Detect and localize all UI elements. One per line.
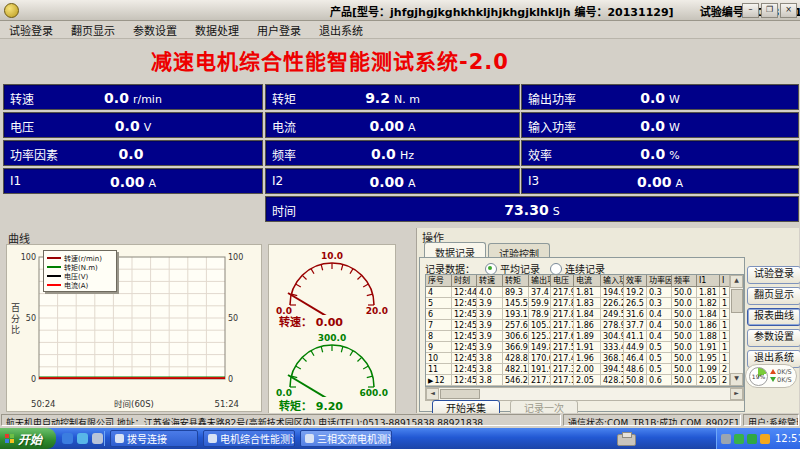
printer-icon[interactable] [617, 434, 636, 446]
vertical-scroll-thumb[interactable] [731, 289, 743, 313]
table-cell: 3.8 [477, 375, 503, 386]
readout-output-power: 输出功率0.0W [521, 84, 799, 110]
table-cell: 5 [426, 298, 452, 309]
side-button-1[interactable]: 试验登录 [747, 266, 800, 284]
table-cell: 333.4 [601, 342, 624, 353]
side-button-4[interactable]: 参数设置 [747, 329, 800, 347]
taskbar-clock[interactable]: 12:51 [775, 433, 800, 444]
table-cell: 1.84 [697, 309, 720, 320]
table-cell: 217.4 [551, 353, 574, 364]
table-cell: 428.2 [601, 375, 624, 386]
radio-average-record[interactable] [485, 263, 497, 275]
table-cell: 50.8 [624, 375, 647, 386]
app-icon [4, 3, 19, 18]
current-row-marker-icon: ▶ [428, 377, 433, 385]
table-cell: 394.5 [601, 364, 624, 375]
table-cell: 3.9 [477, 342, 503, 353]
table-row[interactable]: 812:45:3.9306.6125.2217.61.89304.941.10.… [426, 331, 743, 342]
table-row[interactable]: ▶1212:45:3.8546.2217.3217.12.05428.250.8… [426, 375, 743, 386]
network-icon[interactable] [721, 434, 731, 444]
readout-power-factor: 功率因素0.0 [3, 140, 263, 166]
column-header: 时刻 [452, 275, 477, 287]
table-cell: 1.95 [697, 353, 720, 364]
radio-continuous-record[interactable] [550, 263, 562, 275]
taskbar-task-3[interactable]: 三相交流电机测试... [300, 430, 392, 447]
table-cell: 217.6 [551, 331, 574, 342]
side-button-3[interactable]: 报表曲线 [747, 308, 800, 326]
shield-icon[interactable] [747, 434, 757, 444]
column-header: 电压 [551, 275, 574, 287]
svg-text:100: 100 [228, 253, 243, 262]
table-cell: 0.5 [647, 353, 672, 364]
restore-button[interactable]: ❐ [761, 3, 778, 18]
readout-time: 时间73.30S [265, 196, 799, 222]
scroll-right-icon[interactable]: ► [730, 388, 743, 400]
minimize-button[interactable]: – [742, 3, 759, 18]
svg-text:0: 0 [228, 375, 233, 384]
show-desktop-icon[interactable] [92, 433, 103, 444]
table-header-row: 序号时刻转速转矩输出功电压电流输入功效率功率因频率I1I [426, 275, 743, 287]
table-row[interactable]: 512:45:3.9145.559.9217.81.83226.226.50.3… [426, 298, 743, 309]
messenger-icon[interactable] [77, 433, 88, 444]
side-button-2[interactable]: 翻页显示 [747, 287, 800, 305]
task-app-icon [208, 434, 217, 443]
table-cell: 428.8 [503, 353, 529, 364]
start-button[interactable]: 开始 [0, 428, 56, 449]
table-cell: ▶12 [426, 375, 452, 386]
table-row[interactable]: 712:45:3.9257.6105.2217.71.86278.937.70.… [426, 320, 743, 331]
upload-arrow-icon [770, 369, 776, 374]
status-comm-state: 通信状态:COM_TR1B:成功 COM_8902F1:成功 [563, 414, 741, 426]
table-cell: 194.9 [601, 287, 624, 298]
table-cell: 125.2 [529, 331, 551, 342]
table-row[interactable]: 1012:45:3.8428.8170.6217.41.96368.146.40… [426, 353, 743, 364]
speed-gauge-caption: 转速： 0.00 [279, 313, 343, 329]
menu-item-3[interactable]: 参数设置 [124, 22, 186, 38]
table-row[interactable]: 912:45:3.9366.9149.8217.51.91333.444.90.… [426, 342, 743, 353]
table-cell: 226.2 [601, 298, 624, 309]
menu-item-6[interactable]: 退出系统 [310, 22, 372, 38]
taskbar-task-1[interactable]: 拨号连接 [110, 430, 198, 447]
menu-item-5[interactable]: 用户登录 [248, 22, 310, 38]
legend-item: 电流(A) [47, 280, 113, 289]
vertical-scrollbar[interactable]: ▲ ▼ [729, 275, 743, 386]
update-icon[interactable] [760, 434, 770, 444]
antivirus-icon[interactable] [734, 434, 744, 444]
table-row[interactable]: 612:45:3.9193.178.9217.81.84249.531.60.4… [426, 309, 743, 320]
horizontal-scrollbar[interactable]: ◄ ► [425, 387, 744, 401]
menu-item-4[interactable]: 数据处理 [186, 22, 248, 38]
table-cell: 89.3 [503, 287, 529, 298]
table-cell: 0.5 [647, 342, 672, 353]
table-cell: 304.9 [601, 331, 624, 342]
horizontal-scroll-thumb[interactable] [440, 389, 480, 399]
legend-label: 电流(A) [64, 280, 88, 290]
table-cell: 12:45: [452, 375, 477, 386]
menu-item-2[interactable]: 翻页显示 [62, 22, 124, 38]
readout-current: 电流0.00A [265, 112, 520, 138]
scroll-up-icon[interactable]: ▲ [730, 275, 743, 288]
table-row[interactable]: 412:44:4.089.337.4217.91.81194.919.20.35… [426, 287, 743, 298]
taskbar-task-2[interactable]: 电机综合性能测试... [203, 430, 295, 447]
table-row[interactable]: 1112:45:3.8482.1191.9217.32.00394.548.60… [426, 364, 743, 375]
record-table[interactable]: ▲ ▼ 序号时刻转速转矩输出功电压电流输入功效率功率因频率I1I412:44:4… [425, 274, 744, 387]
application-window: 产品[型号：jhfgjhgjkghkhkljhjkhgjklhkljh 编号：2… [0, 0, 800, 449]
table-cell: 4 [426, 287, 452, 298]
table-cell: 1.89 [574, 331, 601, 342]
titlebar: 产品[型号：jhfgjhgjkghkhkljhjkhgjklhkljh 编号：2… [0, 0, 800, 21]
table-cell: 10 [426, 353, 452, 364]
table-cell: 50.0 [672, 353, 697, 364]
network-monitor-widget[interactable]: 19% 0K/S 0K/S [745, 364, 797, 388]
svg-text:50: 50 [228, 314, 238, 323]
table-cell: 12:45: [452, 331, 477, 342]
readout-i2: I20.00A [265, 168, 520, 194]
legend-swatch-icon [47, 257, 61, 259]
scroll-left-icon[interactable]: ◄ [426, 388, 439, 400]
x-end-tick: 51:24 [215, 399, 240, 409]
menu-item-1[interactable]: 试验登录 [0, 22, 62, 38]
close-button[interactable]: × [780, 3, 797, 18]
ie-icon[interactable] [62, 433, 73, 444]
svg-text:600.0: 600.0 [360, 388, 388, 397]
column-header: 输入功 [601, 275, 624, 287]
download-arrow-icon [770, 377, 776, 382]
table-cell: 1.99 [697, 364, 720, 375]
scroll-down-icon[interactable]: ▼ [730, 373, 743, 386]
